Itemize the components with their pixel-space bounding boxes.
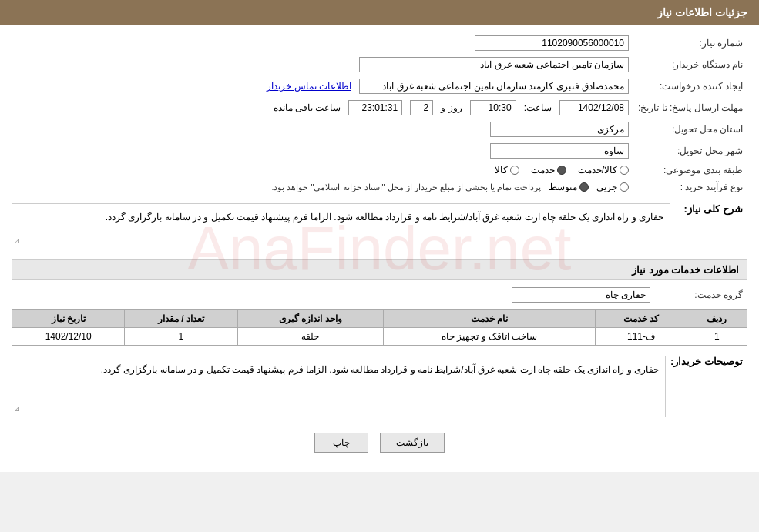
- row-deadline: مهلت ارسال پاسخ: تا تاریخ: 1402/12/08 سا…: [12, 97, 747, 119]
- description-text-content: حفاری و راه اندازی یک حلقه چاه ارت شعبه …: [106, 212, 663, 223]
- radio-motavasset-icon: [579, 182, 589, 192]
- description-section-title: شرح کلی نیاز:: [670, 199, 747, 219]
- row-request-number: شماره نیاز: 1102090056000010: [12, 32, 747, 54]
- category-label: طبقه بندی موضوعی:: [633, 162, 747, 179]
- category-kala-khedmat-label: کالا/خدمت: [578, 165, 617, 176]
- process-jozi-label: جزیی: [596, 182, 617, 192]
- buyer-notes-resize-icon: ⊿: [14, 403, 20, 415]
- deadline-days-label: روز و: [441, 102, 462, 113]
- table-cell: 1: [125, 328, 237, 346]
- province-label: استان محل تحویل:: [633, 119, 747, 140]
- description-content: حفاری و راه اندازی یک حلقه چاه ارت شعبه …: [12, 199, 670, 253]
- deadline-days: 2: [410, 100, 433, 115]
- row-service-group: گروه خدمت: حفاری چاه: [12, 284, 747, 306]
- page-wrapper: جزئیات اطلاعات نیاز AnaFinder.net شماره …: [0, 0, 759, 472]
- row-process: نوع فرآیند خرید : جزیی متوسط پرداخت تمام…: [12, 179, 747, 196]
- resize-icon: ⊿: [14, 235, 20, 247]
- province-value: مرکزی: [12, 119, 633, 140]
- category-kala-khedmat[interactable]: کالا/خدمت: [578, 165, 629, 176]
- category-khedmat-label: خدمت: [531, 165, 555, 176]
- process-jozi[interactable]: جزیی: [596, 182, 629, 192]
- org-name-value: سازمان تامین اجتماعی شعبه غرق اباد: [12, 54, 633, 75]
- org-name-input: سازمان تامین اجتماعی شعبه غرق اباد: [359, 57, 629, 72]
- request-number-input: 1102090056000010: [475, 35, 629, 51]
- services-table-body: 1ف-111ساخت اتاقک و تجهیز چاهحلقه11402/12…: [12, 328, 747, 346]
- page-title: جزئیات اطلاعات نیاز: [657, 6, 747, 18]
- requester-label: ایجاد کننده درخواست:: [633, 75, 747, 97]
- services-table-header: ردیف کد خدمت نام خدمت واحد اندازه گیری ت…: [12, 310, 747, 328]
- col-header-4: واحد اندازه گیری: [237, 310, 384, 328]
- process-motavasset[interactable]: متوسط: [549, 182, 589, 192]
- request-number-label: شماره نیاز:: [633, 32, 747, 54]
- table-cell: ساخت اتاقک و تجهیز چاه: [384, 328, 596, 346]
- page-header: جزئیات اطلاعات نیاز: [0, 0, 759, 25]
- description-section: شرح کلی نیاز: حفاری و راه اندازی یک حلقه…: [12, 199, 747, 253]
- category-kala[interactable]: کالا: [495, 165, 519, 176]
- services-section-title: اطلاعات خدمات مورد نیاز: [12, 259, 747, 280]
- row-category: طبقه بندی موضوعی: کالا/خدمت خدمت: [12, 162, 747, 179]
- deadline-value: 1402/12/08 ساعت: 10:30 روز و 2 23:01:31 …: [12, 97, 633, 119]
- radio-jozi-icon: [620, 182, 629, 192]
- services-header-row: ردیف کد خدمت نام خدمت واحد اندازه گیری ت…: [12, 310, 747, 328]
- deadline-remaining: 23:01:31: [348, 100, 402, 115]
- contact-info-link[interactable]: اطلاعات تماس خریدار: [267, 81, 351, 92]
- table-cell: 1: [687, 328, 747, 346]
- row-requester: ایجاد کننده درخواست: محمدصادق فتبری کارم…: [12, 75, 747, 97]
- category-options: کالا/خدمت خدمت کالا: [12, 162, 633, 179]
- col-header-3: نام خدمت: [384, 310, 596, 328]
- radio-kala-icon: [510, 166, 519, 175]
- button-row: بازگشت چاپ: [12, 433, 747, 453]
- category-khedmat[interactable]: خدمت: [531, 165, 566, 176]
- requester-input: محمدصادق فتبری کارمند سازمان تامین اجتما…: [359, 79, 629, 94]
- print-button[interactable]: چاپ: [314, 433, 368, 453]
- service-group-label: گروه خدمت:: [655, 284, 747, 306]
- buyer-notes-label: توصیحات خریدار:: [666, 352, 747, 371]
- category-kala-label: کالا: [495, 165, 508, 176]
- org-name-label: نام دستگاه خریدار:: [633, 54, 747, 75]
- city-value: ساوه: [12, 140, 633, 162]
- buyer-notes-text: حفاری و راه اندازی یک حلقه چاه ارت شعبه …: [12, 356, 666, 417]
- deadline-time-label: ساعت:: [524, 102, 552, 113]
- table-cell: 1402/12/10: [12, 328, 125, 346]
- process-group: جزیی متوسط پرداخت تمام یا بخشی از مبلغ خ…: [16, 182, 629, 192]
- info-table: شماره نیاز: 1102090056000010 نام دستگاه …: [12, 32, 747, 196]
- requester-value: محمدصادق فتبری کارمند سازمان تامین اجتما…: [12, 75, 633, 97]
- row-org-name: نام دستگاه خریدار: سازمان تامین اجتماعی …: [12, 54, 747, 75]
- services-table: ردیف کد خدمت نام خدمت واحد اندازه گیری ت…: [12, 309, 747, 346]
- process-label: نوع فرآیند خرید :: [633, 179, 747, 196]
- buyer-notes-content: حفاری و راه اندازی یک حلقه چاه ارت شعبه …: [12, 352, 666, 421]
- row-province: استان محل تحویل: مرکزی: [12, 119, 747, 140]
- category-radio-group: کالا/خدمت خدمت کالا: [16, 165, 629, 176]
- process-note: پرداخت تمام یا بخشی از مبلغ خریدار از مح…: [271, 182, 541, 192]
- description-text: حفاری و راه اندازی یک حلقه چاه ارت شعبه …: [12, 203, 670, 249]
- col-header-2: کد خدمت: [596, 310, 687, 328]
- city-input: ساوه: [490, 143, 629, 159]
- back-button[interactable]: بازگشت: [380, 433, 445, 453]
- buyer-notes-text-content: حفاری و راه اندازی یک حلقه چاه ارت شعبه …: [101, 364, 659, 375]
- city-label: شهر محل تحویل:: [633, 140, 747, 162]
- service-group-value: حفاری چاه: [12, 284, 655, 306]
- col-header-6: تاریخ نیاز: [12, 310, 125, 328]
- col-header-1: ردیف: [687, 310, 747, 328]
- table-cell: حلقه: [237, 328, 384, 346]
- service-group-table: گروه خدمت: حفاری چاه: [12, 284, 747, 306]
- table-row: 1ف-111ساخت اتاقک و تجهیز چاهحلقه11402/12…: [12, 328, 747, 346]
- deadline-remaining-label: ساعت باقی مانده: [274, 102, 341, 113]
- request-number-value: 1102090056000010: [12, 32, 633, 54]
- process-options: جزیی متوسط پرداخت تمام یا بخشی از مبلغ خ…: [12, 179, 633, 196]
- process-motavasset-label: متوسط: [549, 182, 577, 192]
- buyer-notes-section: توصیحات خریدار: حفاری و راه اندازی یک حل…: [12, 352, 747, 421]
- deadline-time: 10:30: [470, 100, 516, 115]
- main-content: AnaFinder.net شماره نیاز: 11020900560000…: [0, 25, 759, 472]
- radio-khedmat-icon: [557, 166, 566, 175]
- service-group-input: حفاری چاه: [512, 287, 650, 303]
- table-cell: ف-111: [596, 328, 687, 346]
- row-city: شهر محل تحویل: ساوه: [12, 140, 747, 162]
- col-header-5: تعداد / مقدار: [125, 310, 237, 328]
- deadline-label: مهلت ارسال پاسخ: تا تاریخ:: [633, 97, 747, 119]
- province-input: مرکزی: [490, 122, 629, 137]
- deadline-date: 1402/12/08: [559, 100, 629, 115]
- radio-kala-khedmat-icon: [620, 166, 629, 175]
